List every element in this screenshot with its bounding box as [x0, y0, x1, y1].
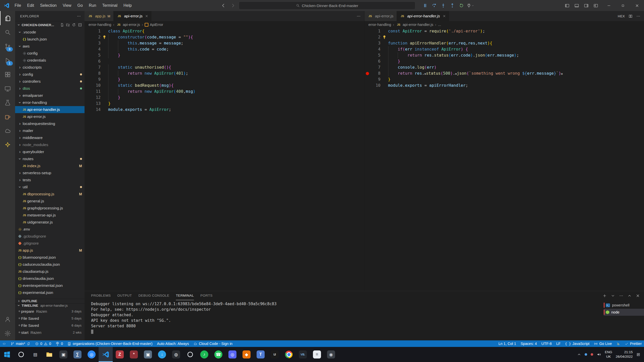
breakpoint-margin[interactable]: [365, 28, 371, 34]
taskbar-purple-app[interactable]: ◎: [225, 347, 239, 362]
activity-thunder-client[interactable]: [0, 110, 15, 124]
maximize-button[interactable]: [616, 0, 630, 11]
refresh-explorer-button[interactable]: [72, 23, 76, 27]
attach-session-button[interactable]: [466, 2, 475, 10]
step-over-button[interactable]: [430, 2, 438, 10]
tree-file-api-error.js[interactable]: JSapi-error.js: [15, 113, 85, 120]
taskbar-start[interactable]: [0, 347, 14, 362]
breakpoint-margin[interactable]: [85, 52, 91, 58]
new-folder-button[interactable]: [66, 23, 70, 27]
status-prettier[interactable]: Prettier: [622, 340, 644, 347]
tray-app-blue-icon[interactable]: [585, 353, 587, 356]
toggle-panel-button[interactable]: [572, 2, 581, 9]
tree-file-metaverse-api.js[interactable]: JSmetaverse-api.js: [15, 212, 85, 219]
taskbar-ring-app[interactable]: [183, 347, 197, 362]
tree-folder-config[interactable]: ›config: [15, 71, 85, 78]
toggle-primary-sidebar-button[interactable]: [562, 2, 572, 9]
tree-folder-util[interactable]: ›util: [15, 184, 85, 191]
terminal-session-node[interactable]: node: [604, 309, 644, 316]
tree-file-.gitignore[interactable]: .gitignore: [15, 240, 85, 247]
activity-remote-explorer[interactable]: [0, 81, 15, 96]
breakpoint-margin[interactable]: [365, 82, 371, 88]
activity-testing[interactable]: [0, 96, 15, 110]
activity-search[interactable]: [0, 25, 15, 39]
breakpoint-margin[interactable]: [365, 52, 371, 58]
outline-section-header[interactable]: › OUTLINE: [15, 299, 85, 303]
status-go-live[interactable]: Go Live: [592, 340, 614, 347]
timeline-section-header[interactable]: › TIMELINE api-error-handler.js: [15, 303, 85, 308]
tree-folder-dtos[interactable]: ›dtos: [15, 85, 85, 92]
terminal-profile-dropdown-button[interactable]: [611, 294, 615, 298]
pause-button[interactable]: [421, 2, 429, 10]
activity-accounts[interactable]: [0, 312, 15, 326]
terminal-session-powershell[interactable]: >_powershell: [604, 302, 644, 309]
tree-folder-node_modules[interactable]: ›node_modules: [15, 141, 85, 148]
tree-file-uidgenerator.js[interactable]: JSuidgenerator.js: [15, 219, 85, 226]
breakpoint-margin[interactable]: [85, 58, 91, 64]
breadcrumb-item[interactable]: ...: [438, 23, 441, 27]
activity-cloud-code[interactable]: [0, 124, 15, 138]
taskbar-zoom[interactable]: ◎: [85, 347, 99, 362]
customize-layout-button[interactable]: [591, 2, 600, 9]
tree-folder-localrequesttesting[interactable]: ›localrequesttesting: [15, 120, 85, 127]
tree-file-dbprocessing.js[interactable]: JSdbprocessing.jsM: [15, 191, 85, 198]
breakpoint-margin[interactable]: [85, 95, 91, 101]
panel-tab-output[interactable]: OUTPUT: [117, 291, 132, 300]
timeline-item[interactable]: startRazen2 wks: [15, 329, 85, 336]
taskbar-notepad[interactable]: ≡: [310, 347, 324, 362]
timeline-item[interactable]: File Saved5 days: [15, 315, 85, 322]
more-actions-button[interactable]: [636, 14, 640, 18]
tray-app-red-icon[interactable]: [591, 353, 593, 356]
tree-file-eventexperimental.json[interactable]: {}eventexperimental.json: [15, 282, 85, 289]
tree-folder-emailparser[interactable]: ›emailparser: [15, 92, 85, 99]
breakpoint-margin[interactable]: [365, 70, 371, 76]
explorer-more-actions-button[interactable]: [77, 14, 81, 18]
taskbar-windows-search[interactable]: [14, 347, 28, 362]
status-auto-attach[interactable]: Auto Attach: Always: [155, 340, 191, 347]
menu-go[interactable]: Go: [74, 0, 86, 11]
tree-folder-mailer[interactable]: ›mailer: [15, 127, 85, 134]
status-problems[interactable]: 00: [33, 340, 53, 347]
menu-edit[interactable]: Edit: [24, 0, 37, 11]
status-git-branch[interactable]: main*: [8, 340, 33, 347]
taskbar-teams[interactable]: T: [254, 347, 268, 362]
taskbar-zotero[interactable]: Z: [113, 347, 127, 362]
taskbar-download-manager[interactable]: ↓: [155, 347, 169, 362]
activity-explorer[interactable]: [0, 11, 15, 25]
breadcrumb-item[interactable]: error-handling: [89, 23, 111, 27]
tab-api-error.js[interactable]: JSapi-error.js: [365, 11, 397, 21]
restart-button[interactable]: [457, 2, 466, 10]
tree-file-.gcloudignore[interactable]: .gcloudignore: [15, 233, 85, 240]
taskbar-task-view[interactable]: ▤: [28, 347, 42, 362]
tab-api-error.js[interactable]: JSapi-error.js: [113, 11, 152, 21]
breakpoint-margin[interactable]: [85, 34, 91, 40]
tree-folder-aws[interactable]: ›aws: [15, 43, 85, 50]
more-actions-button[interactable]: [356, 14, 361, 18]
close-icon[interactable]: [442, 14, 446, 18]
tree-file-claudiasetup.js[interactable]: JSclaudiasetup.js: [15, 268, 85, 275]
taskbar-microsoft-store[interactable]: ▣: [56, 347, 70, 362]
status-cursor-position[interactable]: Ln 1, Col 1: [496, 340, 518, 347]
timeline-item[interactable]: prepareRazen3 days: [15, 308, 85, 315]
tree-folder-controllers[interactable]: ›controllers: [15, 78, 85, 85]
status-encoding[interactable]: UTF-8: [539, 340, 554, 347]
step-into-button[interactable]: [439, 2, 448, 10]
taskbar-vs-code[interactable]: [99, 347, 113, 362]
tree-file-index.js[interactable]: JSindex.jsM: [15, 162, 85, 169]
split-editor-button[interactable]: [628, 14, 633, 18]
breakpoint-margin[interactable]: [85, 64, 91, 70]
command-center-search[interactable]: Chicken-Dinner-Back-End-master: [239, 2, 415, 10]
taskbar-red-app[interactable]: *: [127, 347, 141, 362]
taskbar-slate-app[interactable]: ▣: [141, 347, 155, 362]
new-file-button[interactable]: [60, 23, 64, 27]
timeline-item[interactable]: File Saved6 days: [15, 322, 85, 329]
breadcrumb-item[interactable]: ApiError: [145, 23, 163, 27]
menu-help[interactable]: Help: [120, 0, 135, 11]
tree-file-caduceusclaudia.json[interactable]: {}caduceusclaudia.json: [15, 261, 85, 268]
menu-run[interactable]: Run: [86, 0, 99, 11]
taskbar-file-explorer[interactable]: [42, 347, 56, 362]
breakpoint-margin[interactable]: [85, 82, 91, 88]
tree-folder-error-handling[interactable]: ›error-handling: [15, 99, 85, 106]
taskbar-camera[interactable]: ◉: [324, 347, 338, 362]
minimize-button[interactable]: [602, 0, 616, 11]
